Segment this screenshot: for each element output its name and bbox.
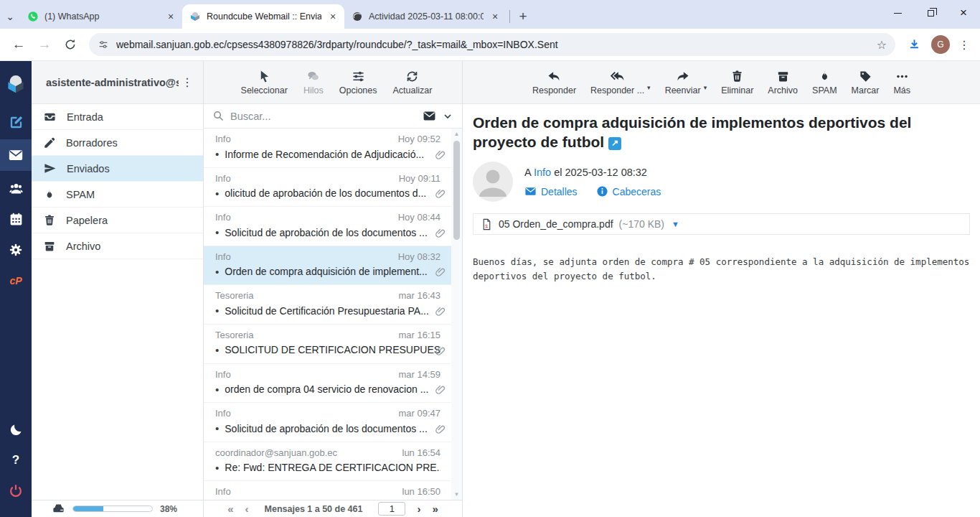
open-in-new-window-icon[interactable]: ↗ (608, 137, 621, 150)
options-button[interactable]: Opciones (339, 70, 377, 96)
dark-mode-toggle[interactable] (0, 416, 32, 443)
message-row-selected[interactable]: InfoHoy 08:32 •Orden de compra adquisici… (204, 246, 462, 286)
message-row[interactable]: Tesoreriamar 16:43 •Solicitud de Certifi… (204, 285, 462, 325)
delete-button[interactable]: Eliminar (721, 70, 753, 96)
message-row[interactable]: InfoHoy 09:11 •olicitud de aprobación de… (204, 168, 462, 208)
attachment-row[interactable]: 05 Orden_de_compra.pdf (~170 KB) ▼ (473, 213, 970, 235)
message-header: A Info el 2025-03-12 08:32 Detalles (473, 162, 970, 202)
scrollbar-thumb[interactable] (453, 141, 460, 240)
tab-roundcube[interactable]: Roundcube Webmail :: Enviados × (182, 4, 344, 29)
message-row[interactable]: Infomar 09:47 •Solicitud de aprobación d… (204, 403, 462, 442)
message-subject: Solicitud de aprobación de los documento… (225, 423, 428, 434)
next-page-button[interactable]: › (417, 503, 420, 515)
reply-all-button[interactable]: Responder ... (590, 69, 644, 96)
folder-label: Archivo (66, 241, 100, 252)
folder-enviados[interactable]: Enviados (32, 156, 203, 182)
forward-button[interactable]: → (33, 33, 56, 56)
search-input[interactable] (230, 111, 417, 122)
address-bar[interactable]: webmail.sanjuan.gob.ec/cpsess4380978826/… (89, 33, 895, 56)
message-subject: SOLICITUD DE CERTIFICACION PRESUPUES... (225, 344, 440, 355)
refresh-button[interactable]: Actualizar (393, 70, 433, 96)
details-toggle[interactable]: Detalles (524, 185, 578, 197)
restore-button[interactable] (914, 0, 947, 26)
folder-archivo[interactable]: Archivo (32, 233, 203, 259)
browser-menu-button[interactable]: ⋮ (956, 38, 973, 52)
attachment-menu-icon[interactable]: ▼ (672, 220, 679, 228)
folder-papelera[interactable]: Papelera (32, 208, 203, 233)
trash-icon (43, 214, 56, 227)
mark-button[interactable]: Marcar (852, 70, 880, 96)
mail-icon (8, 147, 24, 163)
reply-all-caret-icon[interactable]: ▾ (647, 84, 651, 91)
message-count-label: Mensajes 1 a 50 de 461 (265, 504, 363, 514)
rail-contacts-button[interactable] (0, 174, 32, 202)
rail-settings-button[interactable] (0, 236, 32, 264)
browser-toolbar: ← → webmail.sanjuan.gob.ec/cpsess4380978… (0, 29, 980, 61)
app-rail: cP ? (0, 61, 32, 517)
message-date: Hoy 09:52 (398, 134, 440, 144)
logout-button[interactable] (0, 478, 32, 505)
headers-toggle[interactable]: Cabeceras (596, 185, 661, 197)
message-row[interactable]: InfoHoy 09:52 •Informe de Recomendación … (204, 129, 462, 168)
search-scope-mail-icon[interactable] (423, 109, 436, 123)
message-body: Buenos días, se adjunta orden de compra … (473, 255, 970, 284)
forward-button[interactable]: Reenviar (665, 69, 701, 96)
rail-mail-button[interactable] (0, 139, 32, 171)
list-scrollbar[interactable]: ▲ ▼ (451, 129, 462, 500)
forward-caret-icon[interactable]: ▾ (704, 84, 707, 91)
spam-button[interactable]: SPAM (812, 70, 837, 96)
downloads-button[interactable] (903, 33, 925, 56)
prev-page-button[interactable]: ‹ (245, 503, 249, 515)
folder-borradores[interactable]: Borradores (32, 130, 203, 156)
message-sender: Info (215, 212, 231, 223)
folder-pane: asistente-administrativo@sa... ⋮ Entrada… (32, 61, 204, 517)
tab-close-icon[interactable]: × (165, 11, 176, 22)
roundcube-logo (0, 68, 32, 100)
threads-button[interactable]: Hilos (303, 70, 324, 96)
back-button[interactable]: ← (7, 33, 30, 56)
reload-button[interactable] (59, 33, 82, 56)
tab-close-icon[interactable]: × (327, 11, 339, 22)
scroll-down-icon[interactable]: ▼ (454, 489, 460, 500)
tab-search-button[interactable]: ⌄ (0, 4, 20, 29)
last-page-button[interactable]: » (432, 503, 438, 515)
account-menu-button[interactable]: ⋮ (179, 75, 196, 89)
bookmark-star-icon[interactable]: ☆ (877, 38, 887, 52)
account-name: asistente-administrativo@sa... (46, 77, 179, 88)
folder-entrada[interactable]: Entrada (32, 104, 203, 130)
message-date: Hoy 09:11 (399, 173, 440, 184)
select-button[interactable]: Seleccionar (241, 70, 288, 96)
message-row[interactable]: Tesoreriamar 16:15 •SOLICITUD DE CERTIFI… (204, 325, 462, 364)
more-label: Más (893, 85, 910, 96)
message-row[interactable]: Infomar 14:59 •orden de compra 04 servic… (204, 364, 462, 404)
search-options-chevron-icon[interactable] (442, 111, 453, 122)
rail-calendar-button[interactable] (0, 205, 32, 233)
attachment-size: (~170 KB) (619, 218, 664, 230)
reply-button[interactable]: Responder (532, 69, 576, 96)
tab-close-icon[interactable]: × (489, 11, 501, 22)
attachment-name[interactable]: 05 Orden_de_compra.pdf (499, 218, 613, 230)
scroll-up-icon[interactable]: ▲ (454, 129, 460, 139)
message-toolbar: Responder Responder ... ▾ Reenviar ▾ (463, 61, 980, 104)
cpanel-logo: cP (9, 275, 22, 287)
more-button[interactable]: Más (893, 70, 910, 96)
help-button[interactable]: ? (0, 447, 32, 474)
minimize-button[interactable] (881, 0, 914, 26)
search-icon (212, 110, 225, 122)
tab-actividad[interactable]: Actividad 2025-03-11 08:00:00 × (344, 4, 507, 29)
rail-cpanel-button[interactable]: cP (0, 267, 32, 294)
recipient-link[interactable]: Info (534, 167, 551, 178)
message-row[interactable]: Infolun 16:50 (204, 481, 462, 500)
folder-spam[interactable]: SPAM (32, 182, 203, 208)
archive-button[interactable]: Archivo (768, 70, 798, 96)
message-row[interactable]: InfoHoy 08:44 •Solicitud de aprobación d… (204, 207, 462, 246)
message-row[interactable]: coordinador@sanjuan.gob.eclun 16:54 •Re:… (204, 442, 462, 482)
folder-label: Papelera (66, 215, 108, 226)
page-number-input[interactable] (378, 502, 405, 516)
tab-whatsapp[interactable]: (1) WhatsApp × (20, 4, 182, 29)
close-button[interactable]: × (947, 0, 980, 26)
profile-avatar[interactable]: G (931, 35, 950, 54)
compose-button[interactable] (0, 108, 32, 136)
first-page-button[interactable]: « (227, 503, 233, 515)
new-tab-button[interactable]: + (513, 6, 533, 27)
